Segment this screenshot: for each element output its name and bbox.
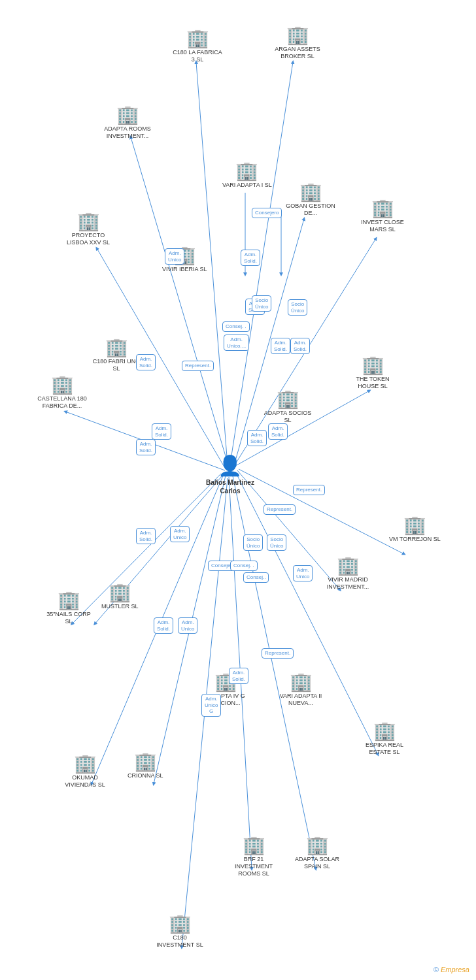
node-label: VM TORREJON SL [389,536,441,543]
node-label: VARI ADAPTA I SL [222,182,272,189]
person-node-carlos[interactable]: 👤 Baños MartinezCarlos [206,454,254,495]
badge-adm-solid-10[interactable]: Adm.Solid. [136,528,156,544]
badge-consej-1[interactable]: Consej. . [222,321,250,332]
node-crionna[interactable]: 🏢 CRIONNA SL [128,753,163,779]
node-proyecto-lisboa[interactable]: 🏢 PROYECTO LISBOA XXV SL [62,212,114,246]
node-label: VIVIR IBERIA SL [162,266,207,273]
badge-adm-solid-4[interactable]: Adm.Solid. [290,338,310,354]
node-espika-real[interactable]: 🏢 ESPIKA REAL ESTATE SL [358,722,411,756]
badge-adm-unico-5[interactable]: Adm.Unico [178,617,197,634]
node-label: ADAPTA ROOMS INVESTMENT... [101,125,154,140]
building-icon: 🏢 [186,29,209,48]
node-mustler[interactable]: 🏢 MUSTLER SL [101,583,139,610]
badge-adm-solid-5[interactable]: Adm.Solid. [136,354,156,370]
node-label: MUSTLER SL [101,603,139,610]
badge-adm-solid-11[interactable]: Adm.Solid. [154,617,173,634]
node-c180-fabrica-uno[interactable]: 🏢 C180 FABRI UNO SL [90,338,143,372]
node-label: C180 INVESTMENT SL [154,934,206,949]
node-label: GOBAN GESTION DE... [284,203,337,217]
building-icon: 🏢 [373,722,396,740]
badge-adm-unico-1[interactable]: Adm.Unico [165,248,184,265]
node-label: ADAPTA SOLAR SPAIN SL [291,856,343,870]
node-label: C180 LA FABRICA 3 SL [171,49,224,63]
building-icon: 🏢 [371,199,394,218]
building-icon: 🏢 [105,338,128,357]
badge-adm-solid-9[interactable]: Adm.Solid. [268,423,288,440]
node-label: BRF 21 INVESTMENT ROOMS SL [228,856,280,877]
node-label: INVEST CLOSE MARS SL [356,219,409,233]
badge-socio-unico-1[interactable]: SocioÚnico [252,295,271,312]
badge-adm-unico-3[interactable]: Adm.Unico [170,526,190,542]
watermark-brand: Empresa [441,966,469,973]
person-icon: 👤 [218,454,242,477]
node-label: VIVIR MADRID INVESTMENT... [322,576,374,591]
watermark: © Empresa [434,966,469,973]
badge-adm-unico-4[interactable]: Adm.Unico [293,565,313,581]
badge-socio-unico-4[interactable]: SocioÚnico [267,534,286,551]
node-label: OKUMAD VIVIENDAS SL [59,774,111,789]
badge-represent-4[interactable]: Represent. [262,648,294,659]
node-label: ARGAN ASSETS BROKER SL [271,46,324,60]
building-icon: 🏢 [337,557,360,575]
node-label: CRIONNA SL [128,772,163,779]
node-c180-fabrica3[interactable]: 🏢 C180 LA FABRICA 3 SL [171,29,224,63]
node-c180-investment[interactable]: 🏢 C180 INVESTMENT SL [154,915,206,949]
node-vivir-madrid[interactable]: 🏢 VIVIR MADRID INVESTMENT... [322,557,374,591]
building-icon: 🏢 [51,376,74,394]
node-castellana180[interactable]: 🏢 CASTELLANA 180 FABRICA DE... [36,376,88,410]
node-okumad[interactable]: 🏢 OKUMAD VIVIENDAS SL [59,755,111,789]
building-icon: 🏢 [109,583,131,602]
badge-socio-unico-2[interactable]: SocioÚnico [288,299,307,316]
badge-represent-3[interactable]: Represent. [264,504,296,515]
building-icon: 🏢 [74,755,97,773]
badge-adm-solid-8[interactable]: Adm.Solid. [247,430,267,446]
badge-adm-solid-1[interactable]: Adm.Solid. [241,250,260,266]
node-adapta-solar[interactable]: 🏢 ADAPTA SOLAR SPAIN SL [291,836,343,870]
badge-adm-solid-3[interactable]: Adm.Solid. [271,338,290,354]
building-icon-orange: 🏢 [403,516,426,534]
building-icon: 🏢 [77,212,100,231]
building-icon: 🏢 [299,183,322,201]
node-brf21[interactable]: 🏢 BRF 21 INVESTMENT ROOMS SL [228,836,280,877]
node-label: CASTELLANA 180 FABRICA DE... [36,395,88,410]
node-vari-adapta2[interactable]: 🏢 VARI ADAPTA II NUEVA... [275,673,327,707]
badge-adm-unico-6[interactable]: Adm.UnicoG [201,694,221,717]
node-adapta-rooms[interactable]: 🏢 ADAPTA ROOMS INVESTMENT... [101,106,154,140]
badge-adm-solid-7[interactable]: Adm.Solid. [152,423,171,440]
node-vari-adapta1[interactable]: 🏢 VARI ADAPTA I SL [222,162,272,189]
building-icon: 🏢 [277,390,299,408]
node-invest-close-mars[interactable]: 🏢 INVEST CLOSE MARS SL [356,199,409,233]
building-icon: 🏢 [134,753,157,771]
building-icon: 🏢 [362,356,384,374]
building-icon: 🏢 [58,591,80,610]
node-label: THE TOKEN HOUSE SL [347,376,399,390]
badge-consej-3[interactable]: Consej.. [243,572,269,583]
building-icon: 🏢 [306,836,329,855]
badge-consejero-1[interactable]: Consejero [252,208,282,218]
svg-line-14 [235,472,378,755]
node-the-token-house[interactable]: 🏢 THE TOKEN HOUSE SL [347,356,399,390]
node-goban-gestion[interactable]: 🏢 GOBAN GESTION DE... [284,183,337,217]
node-vm-torrejon[interactable]: 🏢 VM TORREJON SL [389,516,441,543]
badge-socio-unico-3[interactable]: SocioÚnico [243,534,263,551]
building-icon: 🏢 [169,915,192,933]
badge-represent-1[interactable]: Represent. [182,361,214,371]
person-label: Baños MartinezCarlos [206,478,254,495]
badge-adm-unico-2[interactable]: Adm.Unico.... [224,335,249,351]
node-label: 35"NAILS CORP SL [42,611,95,625]
network-graph: 🏢 C180 LA FABRICA 3 SL 🏢 ARGAN ASSETS BR… [0,0,476,980]
building-icon: 🏢 [286,26,309,44]
building-icon: 🏢 [290,673,313,691]
node-adapta-socios[interactable]: 🏢 ADAPTA SOCIOS SL [262,390,314,424]
building-icon: 🏢 [235,162,258,180]
node-label: PROYECTO LISBOA XXV SL [62,232,114,246]
badge-consej-2[interactable]: Consej. . [230,561,258,571]
node-argan-assets[interactable]: 🏢 ARGAN ASSETS BROKER SL [271,26,324,60]
node-label: ESPIKA REAL ESTATE SL [358,742,411,756]
node-label: C180 FABRI UNO SL [90,358,143,372]
badge-adm-solid-12[interactable]: Adm.Solid. [229,668,248,684]
node-35nails[interactable]: 🏢 35"NAILS CORP SL [42,591,95,625]
badge-adm-solid-6[interactable]: Adm.Solid. [136,439,156,455]
badge-represent-2[interactable]: Represent. [293,485,325,495]
building-icon: 🏢 [116,106,139,124]
